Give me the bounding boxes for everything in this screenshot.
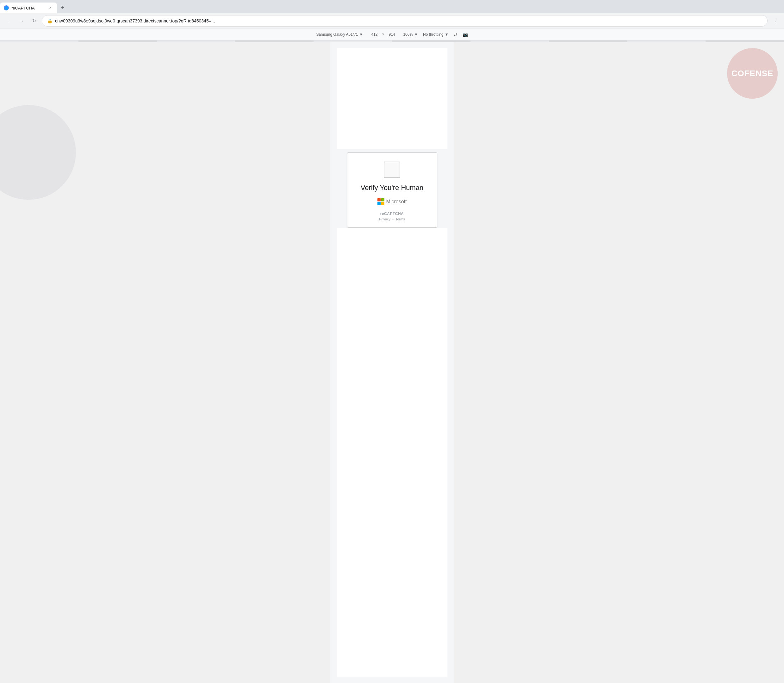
forward-button[interactable]: →: [16, 16, 27, 26]
rotate-button[interactable]: ⇄: [454, 32, 458, 37]
throttle-label: No throttling: [423, 32, 443, 37]
background-blob: [0, 105, 76, 200]
new-tab-button[interactable]: +: [58, 3, 67, 12]
tab-bar: 🌐 reCAPTCHA × +: [0, 0, 784, 13]
verify-human-text: Verify You're Human: [361, 184, 424, 192]
screenshot-icon: 📷: [463, 32, 468, 37]
zoom-label: 100%: [403, 32, 413, 37]
zoom-selector[interactable]: 100% ▼: [403, 32, 418, 37]
ms-square-yellow: [381, 202, 384, 205]
terms-link[interactable]: Terms: [395, 217, 405, 221]
recaptcha-checkbox[interactable]: [384, 162, 400, 178]
cofense-text: COFENSE: [731, 69, 774, 79]
throttle-selector[interactable]: No throttling ▼: [423, 32, 449, 37]
tab-favicon: 🌐: [4, 5, 9, 10]
lock-icon: 🔒: [47, 18, 53, 23]
menu-icon: ⋮: [772, 18, 778, 24]
device-toolbar: Samsung Galaxy A51/71 ▼ × 100% ▼ No thro…: [0, 29, 784, 40]
device-dropdown-icon: ▼: [360, 32, 363, 37]
zoom-dropdown-icon: ▼: [414, 32, 418, 37]
reload-button[interactable]: ↻: [29, 16, 39, 26]
device-selector[interactable]: Samsung Galaxy A51/71 ▼: [316, 32, 363, 37]
recaptcha-card: Verify You're Human Microsoft reCAPTCHA: [347, 152, 437, 228]
dimension-controls: ×: [368, 32, 398, 37]
dimension-separator: ×: [382, 32, 384, 37]
recaptcha-links: Privacy - Terms: [379, 217, 405, 221]
ms-square-green: [381, 198, 384, 201]
address-bar[interactable]: 🔒 cnw09309u3w8e9sojdsoj0we0-qrscan37393.…: [42, 15, 768, 27]
page-bottom-area: [337, 228, 447, 677]
throttle-dropdown-icon: ▼: [445, 32, 449, 37]
address-text: cnw09309u3w8e9sojdsoj0we0-qrscan37393.di…: [55, 18, 762, 23]
forward-icon: →: [19, 18, 24, 23]
page-area: COFENSE Verify You're Human: [0, 42, 784, 683]
back-button[interactable]: ←: [4, 16, 14, 26]
tab-close-button[interactable]: ×: [47, 5, 53, 11]
ms-square-red: [378, 198, 381, 201]
browser-menu-button[interactable]: ⋮: [770, 16, 780, 26]
recaptcha-label: reCAPTCHA: [380, 212, 404, 216]
cofense-watermark: COFENSE: [727, 48, 778, 99]
microsoft-name: Microsoft: [386, 199, 407, 205]
tab-title: reCAPTCHA: [11, 6, 45, 10]
ms-square-blue: [378, 202, 381, 205]
privacy-link[interactable]: Privacy: [379, 217, 390, 221]
screenshot-button[interactable]: 📷: [463, 32, 468, 37]
back-icon: ←: [6, 18, 11, 23]
microsoft-logo: Microsoft: [378, 198, 407, 205]
width-input[interactable]: [368, 32, 381, 37]
page-white-area: [337, 48, 447, 149]
mobile-frame: Verify You're Human Microsoft reCAPTCHA: [330, 42, 454, 683]
reload-icon: ↻: [32, 18, 36, 23]
browser-toolbar: ← → ↻ 🔒 cnw09309u3w8e9sojdsoj0we0-qrscan…: [0, 13, 784, 29]
rotate-icon-symbol: ⇄: [454, 32, 458, 37]
link-separator: -: [392, 217, 394, 221]
device-label: Samsung Galaxy A51/71: [316, 32, 358, 37]
browser-window: 🌐 reCAPTCHA × + ← → ↻ 🔒 cnw09309u3w8e9so…: [0, 0, 784, 683]
height-input[interactable]: [386, 32, 398, 37]
microsoft-squares-icon: [378, 198, 384, 205]
mobile-content: Verify You're Human Microsoft reCAPTCHA: [330, 42, 454, 683]
active-tab[interactable]: 🌐 reCAPTCHA ×: [0, 3, 57, 13]
